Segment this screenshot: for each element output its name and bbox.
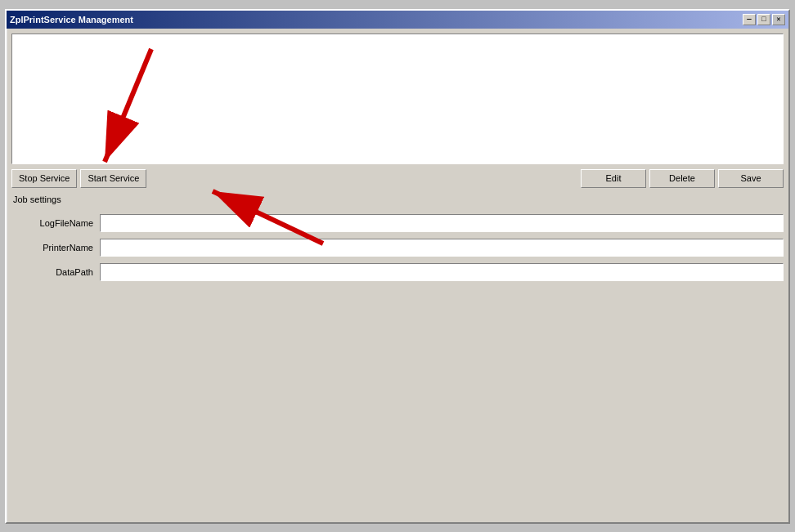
close-button[interactable]: ✕ [772, 14, 785, 25]
maximize-button[interactable]: □ [757, 14, 770, 25]
printername-row: PrinterName [11, 239, 784, 257]
logfilename-input[interactable] [100, 214, 784, 232]
delete-button[interactable]: Delete [649, 169, 715, 188]
datapath-input[interactable] [100, 263, 784, 281]
main-window: ZplPrintService Management — □ ✕ Stop Se… [5, 9, 790, 524]
toolbar: Stop Service Start Service Edit Delete S… [11, 168, 784, 190]
title-bar: ZplPrintService Management — □ ✕ [7, 11, 788, 29]
job-settings-title: Job settings [11, 193, 784, 208]
edit-button[interactable]: Edit [581, 169, 646, 188]
logfilename-label: LogFileName [11, 218, 93, 228]
start-service-button[interactable]: Start Service [80, 169, 146, 188]
stop-service-button[interactable]: Stop Service [11, 169, 77, 188]
datapath-row: DataPath [11, 263, 784, 281]
printername-input[interactable] [100, 239, 784, 257]
minimize-button[interactable]: — [743, 14, 756, 25]
window-title: ZplPrintService Management [10, 15, 133, 25]
toolbar-right: Edit Delete Save [581, 169, 784, 188]
datapath-label: DataPath [11, 267, 93, 277]
logfilename-row: LogFileName [11, 214, 784, 232]
save-button[interactable]: Save [718, 169, 784, 188]
printername-label: PrinterName [11, 243, 93, 253]
form-area: LogFileName PrinterName DataPath [11, 211, 784, 284]
title-bar-buttons: — □ ✕ [743, 14, 785, 25]
window-body: Stop Service Start Service Edit Delete S… [7, 29, 788, 522]
log-area [11, 34, 784, 164]
